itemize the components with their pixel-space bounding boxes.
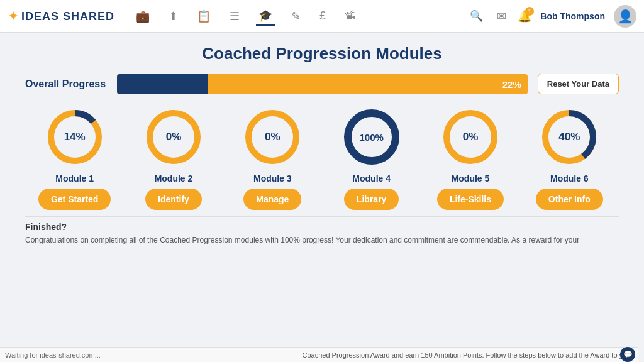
module-2-donut: 0% bbox=[142, 106, 205, 168]
screen-icon[interactable]: 📽 bbox=[342, 7, 358, 25]
module-4-donut: 100% bbox=[340, 106, 403, 168]
user-name: Bob Thompson bbox=[540, 11, 605, 21]
module-4-name: Module 4 bbox=[352, 173, 391, 184]
module-5-name: Module 5 bbox=[452, 173, 490, 184]
logo-icon: ✦ bbox=[8, 8, 19, 25]
module-2-card: 0% Module 2 Identify bbox=[124, 106, 223, 210]
upload-icon[interactable]: ⬆ bbox=[166, 7, 180, 26]
main-content: Coached Progression Modules Overall Prog… bbox=[0, 33, 644, 347]
nav-right-area: 🔍 ✉ 🔔 1 Bob Thompson 👤 bbox=[467, 5, 636, 28]
pound-icon[interactable]: £ bbox=[317, 7, 328, 25]
module-3-donut: 0% bbox=[241, 106, 304, 168]
notification-bell[interactable]: 🔔 1 bbox=[518, 9, 531, 23]
module-2-percentage: 0% bbox=[166, 131, 182, 143]
progress-bar-container: 22% bbox=[117, 74, 528, 94]
bottom-text-1: Congratulations on completing all of the… bbox=[25, 234, 619, 246]
modules-row: 14% Module 1 Get Started 0% Module 2 Ide… bbox=[25, 106, 619, 210]
module-6-card: 40% Module 6 Other Info bbox=[520, 106, 619, 210]
layers-icon[interactable]: ☰ bbox=[227, 7, 242, 26]
top-navigation: ✦ IDEAS SHARED 💼 ⬆ 📋 ☰ 🎓 ✎ £ 📽 🔍 ✉ 🔔 1 B… bbox=[0, 0, 644, 33]
progress-label: Overall Progress bbox=[25, 79, 107, 90]
module-2-name: Module 2 bbox=[155, 173, 193, 184]
status-text: Waiting for ideas-shared.com... bbox=[5, 351, 101, 359]
module-5-percentage: 0% bbox=[463, 131, 479, 143]
status-text-right: Coached Progression Award and earn 150 A… bbox=[303, 351, 633, 359]
chat-bubble-icon[interactable]: 💬 bbox=[620, 347, 635, 362]
page-title: Coached Progression Modules bbox=[25, 44, 619, 63]
search-icon[interactable]: 🔍 bbox=[467, 7, 486, 25]
module-1-percentage: 14% bbox=[64, 131, 86, 143]
overall-progress-section: Overall Progress 22% Reset Your Data bbox=[25, 74, 619, 94]
module-4-percentage: 100% bbox=[359, 132, 383, 143]
progress-bar-fill bbox=[117, 74, 208, 94]
module-6-button[interactable]: Other Info bbox=[536, 189, 603, 210]
module-3-button[interactable]: Manage bbox=[243, 189, 301, 210]
briefcase-icon[interactable]: 💼 bbox=[133, 7, 152, 26]
module-5-card: 0% Module 5 Life-Skills bbox=[421, 106, 519, 210]
module-5-donut: 0% bbox=[439, 106, 502, 168]
module-6-percentage: 40% bbox=[558, 131, 580, 143]
status-bar: Waiting for ideas-shared.com... Coached … bbox=[0, 347, 638, 362]
module-3-percentage: 0% bbox=[265, 131, 280, 143]
module-1-card: 14% Module 1 Get Started bbox=[25, 106, 124, 210]
nav-icon-group: 💼 ⬆ 📋 ☰ 🎓 ✎ £ 📽 bbox=[133, 6, 455, 26]
module-4-card: 100% Module 4 Library bbox=[322, 106, 421, 210]
chat-icon[interactable]: ✉ bbox=[494, 7, 509, 26]
logo[interactable]: ✦ IDEAS SHARED bbox=[8, 8, 114, 25]
module-1-name: Module 1 bbox=[55, 173, 94, 184]
bottom-section: Finished? Congratulations on completing … bbox=[25, 216, 619, 246]
module-1-donut: 14% bbox=[43, 106, 106, 168]
module-3-card: 0% Module 3 Manage bbox=[223, 106, 322, 210]
progress-percentage: 22% bbox=[502, 79, 521, 89]
module-5-button[interactable]: Life-Skills bbox=[437, 189, 504, 210]
notification-badge: 1 bbox=[525, 7, 534, 16]
finished-label: Finished? bbox=[25, 222, 619, 232]
module-3-name: Module 3 bbox=[253, 173, 292, 184]
reset-data-button[interactable]: Reset Your Data bbox=[538, 74, 619, 94]
logo-text: IDEAS SHARED bbox=[21, 11, 114, 22]
checklist-icon[interactable]: 📋 bbox=[194, 7, 213, 26]
module-6-donut: 40% bbox=[538, 106, 601, 168]
graduation-icon[interactable]: 🎓 bbox=[256, 6, 275, 26]
avatar[interactable]: 👤 bbox=[614, 5, 636, 28]
pencil-icon[interactable]: ✎ bbox=[289, 7, 303, 26]
module-1-button[interactable]: Get Started bbox=[38, 189, 111, 210]
module-4-button[interactable]: Library bbox=[344, 189, 399, 210]
module-2-button[interactable]: Identify bbox=[145, 189, 202, 210]
module-6-name: Module 6 bbox=[550, 173, 589, 184]
